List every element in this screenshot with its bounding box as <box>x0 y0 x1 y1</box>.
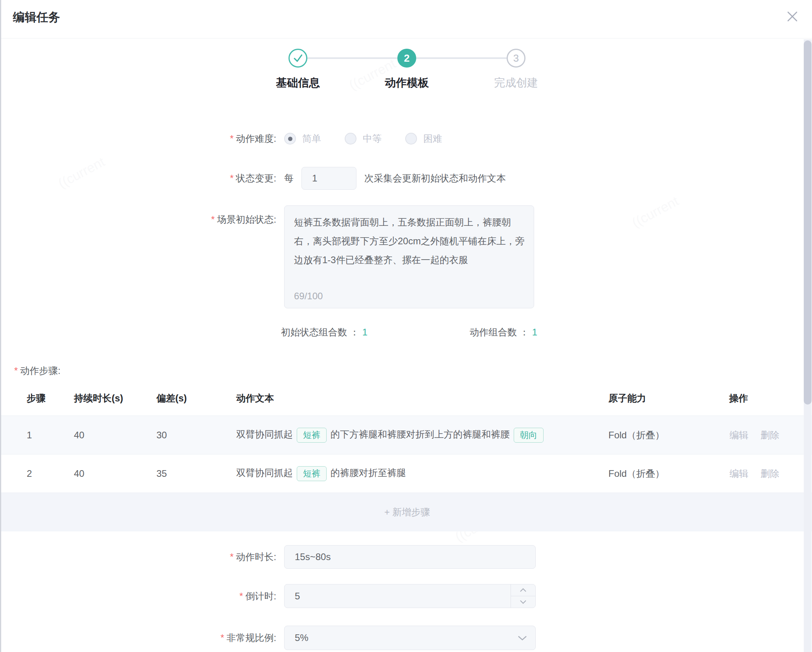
col-ability: 原子能力 <box>608 392 646 405</box>
action-tag: 短裤 <box>297 428 327 443</box>
required-mark: * <box>239 591 243 601</box>
chevron-down-icon <box>517 632 527 643</box>
step-2-label: 动作模板 <box>360 75 454 90</box>
difficulty-row: *动作难度: 简单 中等 困难 <box>1 130 812 148</box>
col-deviation: 偏差(s) <box>156 392 187 405</box>
initial-combo-value: 1 <box>362 327 367 337</box>
action-combo-count: 动作组合数 ：1 <box>470 326 537 339</box>
radio-hard[interactable]: 困难 <box>405 132 442 145</box>
action-combo-value: 1 <box>532 327 537 337</box>
increment-button[interactable] <box>511 584 535 596</box>
col-text: 动作文本 <box>236 392 274 405</box>
required-mark: * <box>211 214 215 225</box>
step-connector <box>307 57 397 59</box>
action-text-fragment: 的裤腰对折至裤腿 <box>331 467 406 478</box>
radio-circle <box>405 133 417 145</box>
delete-link[interactable]: 删除 <box>761 467 779 480</box>
countdown-row: *倒计时: 5 <box>1 584 812 608</box>
step-2-indicator: 2 <box>397 49 416 68</box>
cell-deviation: 35 <box>156 468 167 479</box>
stepper: 2 3 基础信息 动作模板 完成创建 <box>1 0 812 94</box>
cell-ability: Fold（折叠） <box>608 429 665 441</box>
step-number: 3 <box>513 52 519 64</box>
step-1-indicator <box>288 49 307 68</box>
delete-link[interactable]: 删除 <box>761 429 779 441</box>
cell-ability: Fold（折叠） <box>608 467 665 480</box>
radio-circle <box>284 133 296 145</box>
cell-action-text: 双臂协同抓起短裤的裤腰对折至裤腿 <box>236 466 614 481</box>
table-row: 24035双臂协同抓起短裤的裤腰对折至裤腿Fold（折叠）编辑删除 <box>1 454 812 493</box>
col-step: 步骤 <box>27 392 46 405</box>
cell-duration: 40 <box>74 468 85 479</box>
initial-state-textarea[interactable]: 短裤五条数据背面朝上，五条数据正面朝上，裤腰朝右，离头部视野下方至少20cm之外… <box>284 205 534 308</box>
action-steps-label: *动作步骤: <box>14 364 61 377</box>
step-3-label: 完成创建 <box>469 75 563 90</box>
countdown-input[interactable]: 5 <box>284 584 536 608</box>
step-connector <box>416 57 507 59</box>
cell-duration: 40 <box>74 430 85 441</box>
required-mark: * <box>14 365 18 376</box>
action-steps-table: 步骤 持续时长(s) 偏差(s) 动作文本 原子能力 操作 14030双臂协同抓… <box>1 381 812 531</box>
col-duration: 持续时长(s) <box>74 392 123 405</box>
char-counter: 69/100 <box>294 291 323 302</box>
action-tag: 短裤 <box>297 466 327 481</box>
check-icon <box>290 50 306 66</box>
radio-label: 困难 <box>423 132 442 145</box>
required-mark: * <box>230 133 233 144</box>
required-mark: * <box>230 173 233 183</box>
required-mark: * <box>220 632 224 643</box>
state-change-prefix: 每 <box>284 172 294 185</box>
col-actions: 操作 <box>729 392 748 405</box>
action-text-fragment: 的下方裤腿和裤腰对折到上方的裤腿和裤腰 <box>331 429 510 440</box>
cell-action-text: 双臂协同抓起短裤的下方裤腿和裤腰对折到上方的裤腿和裤腰朝向 <box>236 428 614 443</box>
edit-task-dialog: ((current ((current ((current ((current … <box>0 0 812 652</box>
add-step-button[interactable]: + 新增步骤 <box>1 493 812 531</box>
initial-state-label: *场景初始状态: <box>1 205 276 226</box>
cell-step: 1 <box>27 430 32 441</box>
scrollbar-thumb[interactable] <box>804 40 812 405</box>
required-mark: * <box>230 551 233 562</box>
radio-label: 简单 <box>302 132 321 145</box>
state-change-row: *状态变更: 每 1 次采集会更新初始状态和动作文本 <box>1 166 812 190</box>
unusual-ratio-select[interactable]: 5% <box>284 626 536 650</box>
table-header: 步骤 持续时长(s) 偏差(s) 动作文本 原子能力 操作 <box>1 381 812 416</box>
table-row: 14030双臂协同抓起短裤的下方裤腿和裤腰对折到上方的裤腿和裤腰朝向Fold（折… <box>1 416 812 454</box>
radio-circle <box>345 133 356 145</box>
step-number: 2 <box>404 52 410 64</box>
initial-combo-count: 初始状态组合数 ：1 <box>281 326 367 339</box>
duration-input[interactable]: 15s~80s <box>284 545 536 569</box>
difficulty-label: *动作难度: <box>1 132 276 145</box>
unusual-ratio-label: *非常规比例: <box>1 632 276 644</box>
edit-link[interactable]: 编辑 <box>729 467 748 480</box>
step-3-indicator: 3 <box>507 49 525 68</box>
action-text-fragment: 双臂协同抓起 <box>236 429 293 440</box>
cell-deviation: 30 <box>156 430 167 441</box>
state-change-suffix: 次采集会更新初始状态和动作文本 <box>364 172 506 185</box>
duration-label: *动作时长: <box>1 551 276 563</box>
radio-medium[interactable]: 中等 <box>345 132 382 145</box>
radio-easy[interactable]: 简单 <box>284 132 321 145</box>
duration-row: *动作时长: 15s~80s <box>1 545 812 569</box>
radio-label: 中等 <box>363 132 382 145</box>
cell-step: 2 <box>27 468 32 479</box>
unusual-ratio-row: *非常规比例: 5% <box>1 626 812 650</box>
initial-state-text: 短裤五条数据背面朝上，五条数据正面朝上，裤腰朝右，离头部视野下方至少20cm之外… <box>294 213 527 269</box>
step-1-label: 基础信息 <box>251 75 345 90</box>
decrement-button[interactable] <box>511 596 535 608</box>
initial-state-row: *场景初始状态: 短裤五条数据背面朝上，五条数据正面朝上，裤腰朝右，离头部视野下… <box>1 205 812 308</box>
chevron-up-icon <box>520 588 527 592</box>
combo-counts: 初始状态组合数 ：1 动作组合数 ：1 <box>1 323 812 341</box>
chevron-down-icon <box>520 600 527 604</box>
state-change-input[interactable]: 1 <box>301 167 356 190</box>
action-tag: 朝向 <box>514 428 544 443</box>
countdown-label: *倒计时: <box>1 590 276 603</box>
scrollbar-track <box>804 39 812 652</box>
state-change-label: *状态变更: <box>1 172 276 185</box>
action-text-fragment: 双臂协同抓起 <box>236 467 293 478</box>
edit-link[interactable]: 编辑 <box>729 429 748 441</box>
